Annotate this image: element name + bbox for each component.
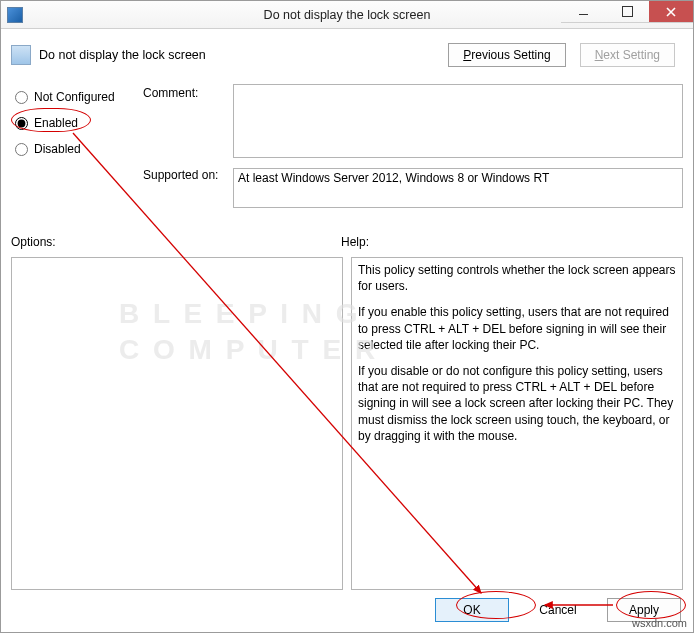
- help-paragraph: If you enable this policy setting, users…: [358, 304, 676, 353]
- next-setting-button: Next Setting: [580, 43, 675, 67]
- source-watermark: wsxdn.com: [632, 617, 687, 629]
- policy-icon: [11, 45, 31, 65]
- radio-disabled-label: Disabled: [34, 142, 81, 156]
- app-icon: [7, 7, 23, 23]
- previous-setting-button[interactable]: Previous Setting: [448, 43, 565, 67]
- config-area: Not Configured Enabled Disabled Comment:…: [11, 84, 683, 224]
- radio-not-configured-label: Not Configured: [34, 90, 115, 104]
- pane-labels: Options: Help:: [11, 235, 683, 249]
- panes: This policy setting controls whether the…: [11, 257, 683, 590]
- ok-button[interactable]: OK: [435, 598, 509, 622]
- comment-textarea[interactable]: [233, 84, 683, 158]
- radio-not-configured[interactable]: Not Configured: [15, 84, 140, 110]
- radio-enabled[interactable]: Enabled: [15, 110, 140, 136]
- window-controls: [561, 1, 693, 23]
- client-area: Do not display the lock screen Previous …: [1, 29, 693, 632]
- nav-buttons: Previous Setting Next Setting: [448, 43, 675, 67]
- help-pane[interactable]: This policy setting controls whether the…: [351, 257, 683, 590]
- state-radio-group: Not Configured Enabled Disabled: [15, 84, 140, 162]
- comment-box: [233, 84, 683, 158]
- help-paragraph: If you disable or do not configure this …: [358, 363, 676, 444]
- maximize-button[interactable]: [605, 1, 649, 23]
- options-label: Options:: [11, 235, 341, 249]
- radio-not-configured-input[interactable]: [15, 91, 28, 104]
- radio-disabled-input[interactable]: [15, 143, 28, 156]
- radio-disabled[interactable]: Disabled: [15, 136, 140, 162]
- radio-enabled-label: Enabled: [34, 116, 78, 130]
- supported-on-text: At least Windows Server 2012, Windows 8 …: [233, 168, 683, 208]
- close-icon: [666, 7, 676, 17]
- title-bar: Do not display the lock screen: [1, 1, 693, 29]
- supported-on-label: Supported on:: [143, 168, 233, 182]
- comment-label: Comment:: [143, 86, 228, 100]
- options-pane[interactable]: [11, 257, 343, 590]
- policy-title: Do not display the lock screen: [39, 48, 206, 62]
- dialog-window: Do not display the lock screen Do not di…: [0, 0, 694, 633]
- minimize-button[interactable]: [561, 1, 605, 23]
- supported-on-box: At least Windows Server 2012, Windows 8 …: [233, 168, 683, 208]
- radio-enabled-input[interactable]: [15, 117, 28, 130]
- help-paragraph: This policy setting controls whether the…: [358, 262, 676, 294]
- close-button[interactable]: [649, 1, 693, 23]
- cancel-button[interactable]: Cancel: [521, 599, 595, 621]
- help-label: Help:: [341, 235, 369, 249]
